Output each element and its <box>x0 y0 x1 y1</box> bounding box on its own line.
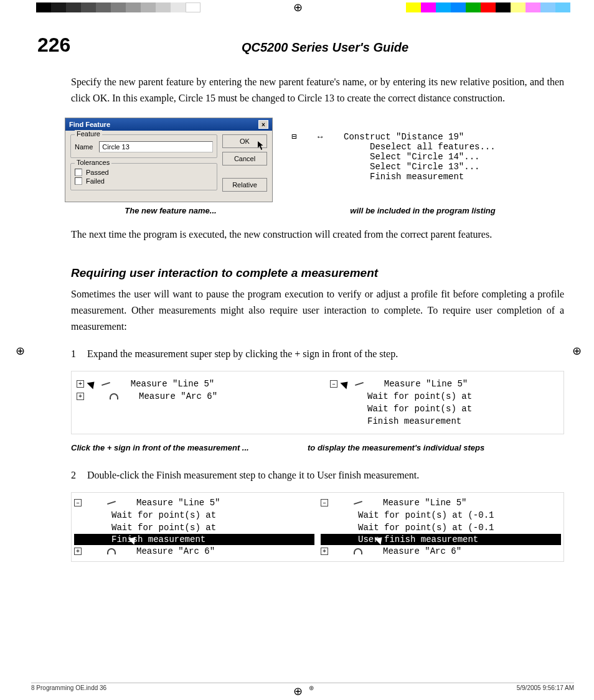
arc-icon <box>354 548 362 554</box>
paragraph: Sometimes the user will want to pause th… <box>71 286 564 335</box>
passed-checkbox[interactable] <box>75 169 82 176</box>
arc-icon <box>107 548 116 554</box>
cursor-icon <box>89 380 97 388</box>
cursor-icon <box>130 535 138 544</box>
list-number: 2 <box>71 467 87 483</box>
cursor-icon <box>342 380 350 388</box>
name-label: Name <box>75 143 93 151</box>
relative-button[interactable]: Relative <box>222 178 267 192</box>
registration-mark-icon: ⊕ <box>291 1 304 14</box>
line-icon <box>355 382 364 386</box>
collapse-icon[interactable]: – <box>74 499 82 506</box>
paragraph: The next time the program is executed, t… <box>71 226 564 243</box>
document-title: QC5200 Series User's Guide <box>81 40 569 55</box>
collapse-icon[interactable]: – <box>321 499 328 506</box>
dialog-title: Find Feature <box>69 121 110 128</box>
figure-finish-measurement: – Measure "Line 5" Wait for point(s) at … <box>71 492 564 562</box>
figure-caption: Click the + sign in front of the measure… <box>71 443 308 452</box>
printer-calibration-bar-left <box>36 2 200 12</box>
footer-timestamp: 5/9/2005 9:56:17 AM <box>517 684 574 691</box>
ok-button[interactable]: OK <box>222 134 267 148</box>
highlighted-step[interactable]: Finish measurement <box>74 534 314 545</box>
figure-caption: to display the measurement's individual … <box>308 443 569 452</box>
program-listing: ⊟ ↔ Construct "Distance 19" Deselect all… <box>291 118 496 182</box>
group-label: Tolerances <box>75 159 111 166</box>
expand-icon[interactable]: + <box>77 393 84 400</box>
highlighted-step[interactable]: User finish measurement <box>321 534 561 545</box>
registration-mark-icon: ⊕ <box>14 345 26 357</box>
feature-name-input[interactable] <box>99 141 213 152</box>
line-icon <box>101 382 110 386</box>
list-text: Expand the measurement super step by cli… <box>87 346 564 362</box>
arc-icon <box>110 393 118 399</box>
group-label: Feature <box>75 130 102 138</box>
expand-icon[interactable]: + <box>74 548 82 555</box>
close-icon[interactable]: × <box>258 120 268 129</box>
failed-checkbox[interactable] <box>75 177 82 185</box>
registration-mark-icon: ⊕ <box>309 684 314 691</box>
registration-mark-icon: ⊕ <box>570 345 583 357</box>
section-heading: Requiring user interaction to complete a… <box>71 266 564 280</box>
figure-caption: will be included in the program listing <box>276 206 569 215</box>
collapse-icon[interactable]: – <box>330 380 337 388</box>
expand-icon[interactable]: + <box>321 548 328 555</box>
checkbox-label: Failed <box>86 177 105 185</box>
figure-expand-step: + Measure "Line 5" + Measure "Arc 6" – M… <box>71 371 564 434</box>
list-text: Double-click the Finish measurement step… <box>87 467 564 483</box>
paragraph: Specify the new parent feature by enteri… <box>71 74 564 106</box>
list-number: 1 <box>71 346 87 362</box>
cancel-button[interactable]: Cancel <box>222 152 267 166</box>
footer-filename: 8 Programming OE.indd 36 <box>31 684 106 691</box>
line-icon <box>107 501 116 505</box>
line-icon <box>354 501 362 505</box>
figure-caption: The new feature name... <box>65 206 276 215</box>
printer-calibration-bar-right <box>406 2 570 12</box>
cursor-icon <box>377 535 384 544</box>
find-feature-dialog: Find Feature × Feature Name Tolerances P… <box>65 118 273 202</box>
checkbox-label: Passed <box>86 169 109 176</box>
expand-icon[interactable]: + <box>77 380 84 388</box>
